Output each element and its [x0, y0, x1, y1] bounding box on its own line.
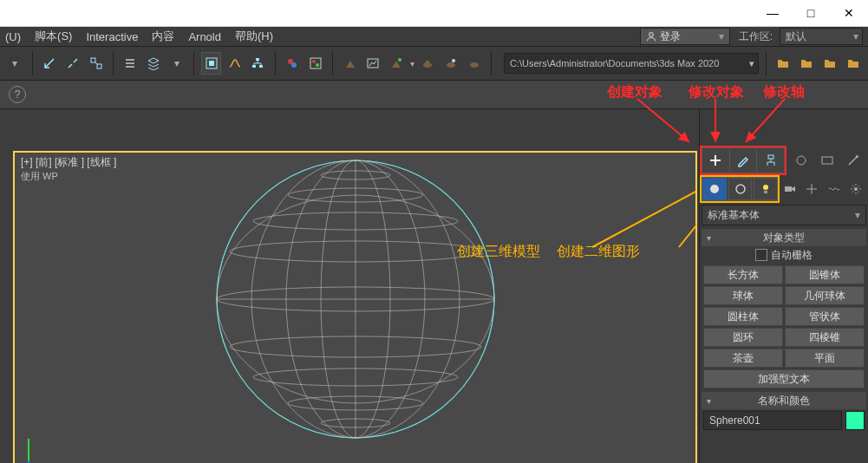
btn-cone[interactable]: 圆锥体	[785, 265, 865, 284]
menu-script[interactable]: 脚本(S)	[35, 29, 72, 44]
geometry-category[interactable]	[702, 178, 727, 200]
menu-content[interactable]: 内容	[152, 29, 174, 44]
btn-plane[interactable]: 平面	[785, 349, 865, 368]
utilities-tab-icon[interactable]	[842, 149, 865, 172]
svg-point-0	[649, 33, 653, 37]
autogrid-checkbox[interactable]	[755, 249, 767, 261]
create-category-row	[702, 177, 778, 201]
bind-icon[interactable]	[86, 52, 106, 75]
svg-rect-16	[426, 61, 429, 63]
link-icon[interactable]	[40, 52, 60, 75]
login-box[interactable]: 登录 ▾	[640, 28, 730, 45]
object-color-swatch[interactable]	[845, 411, 865, 430]
btn-tube[interactable]: 管状体	[785, 307, 865, 326]
hierarchy-tab[interactable]	[757, 148, 784, 173]
svg-rect-4	[209, 61, 214, 66]
rollout-object-type[interactable]: 对象类型	[702, 229, 866, 246]
svg-rect-5	[256, 58, 259, 61]
curve-editor-icon[interactable]	[225, 52, 245, 75]
annotation-create-3d: 创建三维模型	[457, 243, 540, 261]
object-name-input[interactable]: Sphere001	[703, 411, 842, 430]
sphere-wireframe[interactable]	[212, 156, 499, 442]
btn-teapot[interactable]: 茶壶	[703, 349, 783, 368]
shapes-category[interactable]	[728, 178, 753, 200]
material-browser-icon[interactable]	[305, 52, 325, 75]
rollout-name-color[interactable]: 名称和颜色	[702, 392, 866, 409]
folder-icon-1[interactable]	[773, 52, 793, 75]
spacewarps-category-icon[interactable]	[824, 178, 845, 200]
btn-torus[interactable]: 圆环	[703, 328, 783, 347]
motion-tab-icon[interactable]	[790, 149, 813, 172]
schematic-view-icon[interactable]	[248, 52, 268, 75]
helpers-category-icon[interactable]	[802, 178, 823, 200]
folder-icon-3[interactable]	[819, 52, 839, 75]
menu-interactive[interactable]: Interactive	[86, 30, 138, 43]
teapot-render-icon[interactable]	[418, 52, 438, 75]
close-button[interactable]: ✕	[830, 0, 868, 26]
command-panel: 标准基本体 对象类型 自动栅格 长方体 圆锥体 球体 几何球体 圆柱体 管状体 …	[699, 109, 868, 463]
viewport-label[interactable]: [+] [前] [标准 ] [线框 ] 使用 WP	[21, 155, 116, 183]
teapot-cloud-icon[interactable]	[441, 52, 460, 75]
cameras-category-icon[interactable]	[780, 178, 800, 200]
create-tab[interactable]	[702, 148, 730, 173]
svg-line-20	[637, 99, 689, 142]
project-path[interactable]: C:\Users\Administrator\Documents\3ds Max…	[504, 53, 759, 74]
display-tab-icon[interactable]	[816, 149, 839, 172]
svg-point-9	[291, 62, 297, 68]
svg-point-48	[763, 185, 768, 190]
svg-point-19	[470, 62, 479, 68]
svg-point-50	[854, 187, 858, 191]
layers-icon[interactable]	[144, 52, 164, 75]
render-production-icon[interactable]	[387, 52, 407, 75]
lights-category[interactable]	[754, 178, 777, 200]
rendered-frame-icon[interactable]	[363, 52, 383, 75]
btn-pyramid[interactable]: 四棱锥	[785, 328, 865, 347]
btn-geosphere[interactable]: 几何球体	[785, 286, 865, 305]
viewport-front[interactable]: [+] [前] [标准 ] [线框 ] 使用 WP	[13, 151, 697, 463]
btn-box[interactable]: 长方体	[703, 265, 783, 284]
window-titlebar: ✕ □ —	[0, 0, 868, 27]
login-label: 登录	[660, 29, 681, 44]
svg-rect-43	[768, 155, 773, 159]
folder-icon-4[interactable]	[843, 52, 863, 75]
menu-arnold[interactable]: Arnold	[188, 30, 221, 43]
help-icon[interactable]: ?	[9, 86, 26, 103]
svg-rect-7	[259, 65, 263, 68]
btn-sphere[interactable]: 球体	[703, 286, 783, 305]
svg-rect-49	[785, 186, 792, 192]
folder-icon-2[interactable]	[797, 52, 817, 75]
maximize-button[interactable]: □	[792, 0, 830, 26]
modify-tab[interactable]	[730, 148, 758, 173]
list-icon[interactable]	[121, 52, 140, 75]
annotation-yellow-arrows	[696, 178, 697, 256]
svg-point-44	[797, 156, 806, 165]
material-editor-icon[interactable]	[283, 52, 303, 75]
btn-textplus[interactable]: 加强型文本	[703, 369, 865, 388]
dropdown-chevron-icon[interactable]: ▾	[167, 52, 187, 75]
svg-point-12	[316, 63, 319, 67]
unlink-icon[interactable]	[63, 52, 83, 75]
workspace-select[interactable]: 默认	[780, 28, 863, 45]
menu-bar: (U) 脚本(S) Interactive 内容 Arnold 帮助(H) 登录…	[0, 27, 868, 46]
minimize-button[interactable]: —	[754, 0, 792, 26]
svg-rect-10	[310, 58, 321, 68]
dropdown-chevron-icon[interactable]: ▾	[5, 52, 25, 75]
svg-rect-45	[822, 157, 832, 164]
dropdown-chevron-icon[interactable]: ▾	[410, 59, 414, 68]
svg-rect-1	[91, 58, 95, 62]
autogrid-row[interactable]: 自动栅格	[702, 246, 866, 264]
primitive-category-dropdown[interactable]: 标准基本体	[702, 205, 866, 225]
window-toggle-icon[interactable]	[201, 52, 221, 75]
svg-point-46	[710, 185, 719, 193]
axis-gizmo	[23, 434, 54, 463]
command-panel-tabs	[702, 147, 785, 173]
svg-point-47	[736, 185, 745, 193]
workspace-label: 工作区:	[739, 29, 773, 44]
btn-cylinder[interactable]: 圆柱体	[703, 307, 783, 326]
menu-help[interactable]: 帮助(H)	[235, 29, 273, 44]
systems-category-icon[interactable]	[846, 178, 867, 200]
menu-u[interactable]: (U)	[5, 30, 21, 43]
render-setup-icon[interactable]	[340, 52, 360, 75]
teapot-alt-icon[interactable]	[464, 52, 484, 75]
svg-point-14	[398, 58, 401, 62]
